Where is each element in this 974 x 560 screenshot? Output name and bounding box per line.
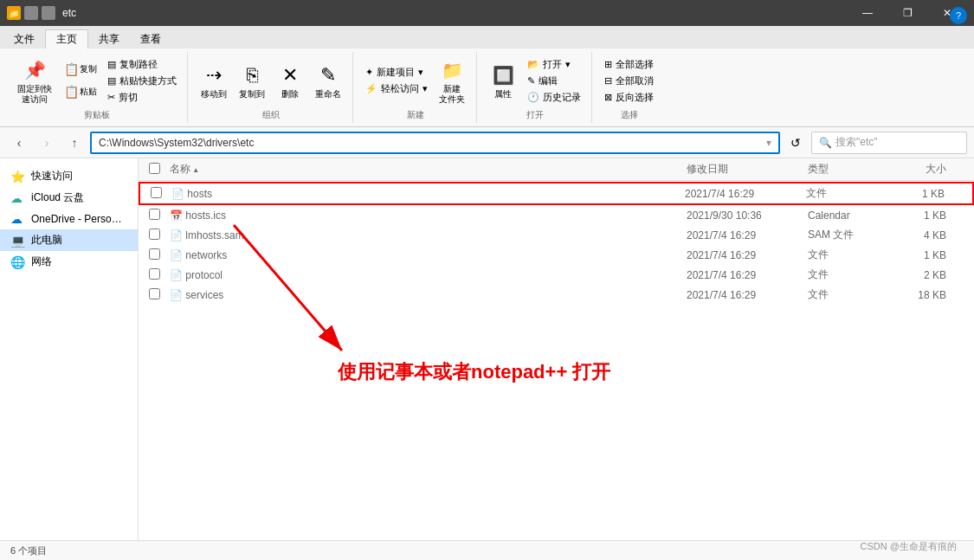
table-row[interactable]: 📄 networks 2021/7/4 16:29 文件 1 KB (139, 245, 974, 265)
header-name[interactable]: 名称 (170, 162, 687, 177)
edit-icon: ✎ (527, 75, 535, 87)
table-row[interactable]: 📄 services 2021/7/4 16:29 文件 18 KB (139, 285, 974, 305)
restore-button[interactable]: ❐ (887, 0, 927, 26)
organize-items: ⇢ 移动到 ⎘ 复制到 ✕ 删除 ✎ 重命名 (197, 54, 345, 107)
header-size[interactable]: 大小 (894, 162, 964, 177)
sidebar: ⭐ 快速访问 ☁ iCloud 云盘 ☁ OneDrive - Persona.… (0, 158, 139, 540)
clipboard-items: 📌 固定到快速访问 📋 复制 📋 粘贴 ▤ 复制 (14, 54, 180, 107)
selectnone-button[interactable]: ⊟ 全部取消 (601, 74, 657, 88)
file-date: 2021/7/4 16:29 (687, 269, 808, 281)
file-size: 4 KB (894, 229, 964, 241)
copy-button[interactable]: 📋 复制 (59, 59, 100, 80)
icloud-icon: ☁ (10, 191, 26, 205)
file-name-cell: 📄 hosts (171, 188, 685, 200)
ribbon-group-organize: ⇢ 移动到 ⎘ 复制到 ✕ 删除 ✎ 重命名 组织 (190, 52, 353, 123)
file-size: 1 KB (894, 209, 964, 222)
sidebar-item-quickaccess[interactable]: ⭐ 快速访问 (0, 165, 138, 187)
table-row[interactable]: 📅 hosts.ics 2021/9/30 10:36 Calendar 1 K… (139, 206, 974, 225)
copy2-icon: ⎘ (238, 61, 266, 89)
row-check[interactable] (149, 268, 170, 282)
title-bar: 📁 etc — ❐ ✕ (0, 0, 974, 26)
file-list-header: 名称 修改日期 类型 大小 (139, 158, 974, 181)
row-check[interactable] (149, 288, 170, 302)
easyaccess-icon: ⚡ (365, 83, 377, 94)
file-icon: 📄 (170, 269, 183, 281)
delete-button[interactable]: ✕ 删除 (273, 60, 307, 101)
main-area: ⭐ 快速访问 ☁ iCloud 云盘 ☁ OneDrive - Persona.… (0, 158, 974, 540)
file-type: 文件 (808, 248, 894, 262)
open-items: 🔲 属性 📂 打开 ▾ ✎ 编辑 🕐 历史记录 (486, 54, 584, 107)
row-check[interactable] (149, 229, 170, 242)
pasteshortcut-button[interactable]: ▤ 粘贴快捷方式 (104, 74, 180, 88)
rename-button[interactable]: ✎ 重命名 (311, 60, 345, 101)
minimize-button[interactable]: — (848, 0, 887, 26)
search-bar[interactable]: 🔍 搜索"etc" (811, 132, 967, 154)
file-size: 1 KB (894, 249, 964, 261)
select-all-checkbox[interactable] (149, 163, 160, 174)
ribbon-group-select: ⊞ 全部选择 ⊟ 全部取消 ⊠ 反向选择 选择 (594, 52, 664, 123)
window-controls: — ❐ ✕ (848, 0, 967, 26)
pasteshortcut-icon: ▤ (107, 75, 116, 87)
tab-view[interactable]: 查看 (130, 29, 171, 48)
status-bar: 6 个项目 (0, 540, 974, 560)
cut-button[interactable]: ✂ 剪切 (104, 90, 180, 105)
file-icon: 📄 (171, 188, 184, 200)
history-icon: 🕐 (527, 92, 539, 103)
sidebar-item-label-icloud: iCloud 云盘 (31, 190, 84, 205)
selectall-button[interactable]: ⊞ 全部选择 (601, 57, 657, 72)
history-button[interactable]: 🕐 历史记录 (524, 90, 584, 105)
copy2-button[interactable]: ⎘ 复制到 (235, 60, 269, 101)
row-check[interactable] (149, 248, 170, 262)
sidebar-item-onedrive[interactable]: ☁ OneDrive - Persona... (0, 209, 138, 229)
file-icon: 📄 (170, 289, 183, 301)
sidebar-item-thispc[interactable]: 💻 此电脑 (0, 229, 138, 251)
address-dropdown-icon[interactable]: ▾ (766, 137, 771, 149)
copy-icon: 📋 (62, 61, 80, 78)
copypath-button[interactable]: ▤ 复制路径 (104, 57, 180, 72)
title-bar-small-icon1 (24, 6, 38, 20)
up-button[interactable]: ↑ (62, 131, 87, 155)
refresh-button[interactable]: ↺ (784, 131, 808, 155)
close-button[interactable]: ✕ (927, 0, 967, 26)
row-check[interactable] (151, 187, 171, 201)
pin-icon: 📌 (21, 56, 48, 84)
properties-button[interactable]: 🔲 属性 (486, 60, 520, 101)
file-size: 18 KB (894, 289, 964, 301)
file-type: SAM 文件 (808, 228, 894, 242)
sidebar-item-label-onedrive: OneDrive - Persona... (31, 213, 126, 225)
invertsel-button[interactable]: ⊠ 反向选择 (601, 90, 657, 105)
pin-button[interactable]: 📌 固定到快速访问 (14, 55, 55, 106)
forward-button[interactable]: › (35, 131, 59, 155)
table-row[interactable]: 📄 protocol 2021/7/4 16:29 文件 2 KB (139, 265, 974, 285)
open-button[interactable]: 📂 打开 ▾ (524, 57, 584, 72)
table-row[interactable]: 📄 lmhosts.sam 2021/7/4 16:29 SAM 文件 4 KB (139, 225, 974, 245)
window-title: etc (62, 7, 848, 19)
select-label: 选择 (621, 109, 638, 121)
sidebar-item-network[interactable]: 🌐 网络 (0, 251, 138, 273)
table-row[interactable]: 📄 hosts 2021/7/4 16:29 文件 1 KB (139, 182, 974, 205)
back-button[interactable]: ‹ (7, 131, 31, 155)
newitem-button[interactable]: ✦ 新建项目 ▾ (362, 65, 431, 80)
file-list: 名称 修改日期 类型 大小 📄 hosts 2021/7/4 16:29 文件 … (139, 158, 974, 540)
tab-home[interactable]: 主页 (45, 29, 88, 48)
move-button[interactable]: ⇢ 移动到 (197, 60, 231, 101)
row-check[interactable] (149, 209, 170, 222)
rename-icon: ✎ (314, 61, 342, 89)
sidebar-item-icloud[interactable]: ☁ iCloud 云盘 (0, 187, 138, 209)
tab-file[interactable]: 文件 (3, 29, 45, 48)
header-date[interactable]: 修改日期 (687, 162, 808, 177)
filename: hosts (187, 188, 212, 200)
search-placeholder: 搜索"etc" (835, 135, 878, 150)
file-date: 2021/7/4 16:29 (687, 229, 808, 241)
quickaccess-icon: ⭐ (10, 170, 26, 183)
delete-icon: ✕ (276, 61, 304, 89)
edit-button[interactable]: ✎ 编辑 (524, 74, 584, 88)
newfolder-button[interactable]: 📁 新建文件夹 (435, 55, 469, 106)
address-bar[interactable]: C:\Windows\System32\drivers\etc ▾ (90, 132, 780, 154)
title-bar-small-icon2 (42, 6, 55, 20)
header-type[interactable]: 类型 (808, 162, 894, 177)
paste-button[interactable]: 📋 粘贴 (59, 81, 100, 102)
file-name-cell: 📄 services (170, 289, 687, 301)
easyaccess-button[interactable]: ⚡ 轻松访问 ▾ (362, 81, 431, 96)
tab-share[interactable]: 共享 (88, 29, 130, 48)
